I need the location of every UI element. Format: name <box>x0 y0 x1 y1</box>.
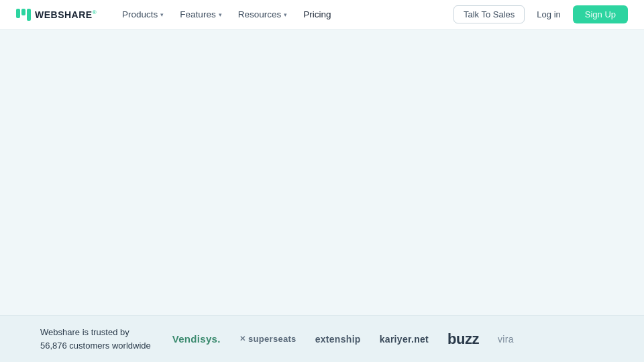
brand-vendisys: Vendisys. <box>172 333 221 345</box>
chevron-down-icon: ▾ <box>219 11 222 18</box>
brand-buzz: buzz <box>447 330 479 348</box>
logo-text: WEBSHARE® <box>35 9 97 20</box>
brand-kariyer: kariyer.net <box>380 334 429 345</box>
logo-bar-3 <box>27 9 31 21</box>
brand-vira: vira <box>498 334 514 345</box>
navbar: WEBSHARE® Products ▾ Features ▾ Resource… <box>0 0 644 29</box>
nav-links: Products ▾ Features ▾ Resources ▾ Pricin… <box>115 5 453 23</box>
logo-icon <box>16 9 31 21</box>
chevron-down-icon: ▾ <box>284 11 287 18</box>
signup-button[interactable]: Sign Up <box>573 5 628 23</box>
logo[interactable]: WEBSHARE® <box>16 9 97 21</box>
nav-pricing[interactable]: Pricing <box>297 5 337 23</box>
logo-bar-1 <box>16 9 20 18</box>
nav-resources[interactable]: Resources ▾ <box>231 5 294 23</box>
nav-actions: Talk To Sales Log in Sign Up <box>453 5 628 23</box>
trust-bar: Webshare is trusted by 56,876 customers … <box>0 315 644 362</box>
logo-bar-2 <box>21 9 25 15</box>
login-button[interactable]: Log in <box>530 6 567 23</box>
brand-extenship: extenship <box>315 334 361 345</box>
talk-to-sales-button[interactable]: Talk To Sales <box>453 5 525 23</box>
trust-logos: Vendisys. ✕ superseats extenship kariyer… <box>172 330 604 348</box>
chevron-down-icon: ▾ <box>160 11 164 18</box>
superseats-icon: ✕ <box>239 335 246 343</box>
nav-features[interactable]: Features ▾ <box>173 5 228 23</box>
main-content <box>0 29 644 315</box>
nav-products[interactable]: Products ▾ <box>115 5 170 23</box>
trust-text: Webshare is trusted by 56,876 customers … <box>40 326 151 352</box>
brand-superseats: ✕ superseats <box>239 334 297 344</box>
